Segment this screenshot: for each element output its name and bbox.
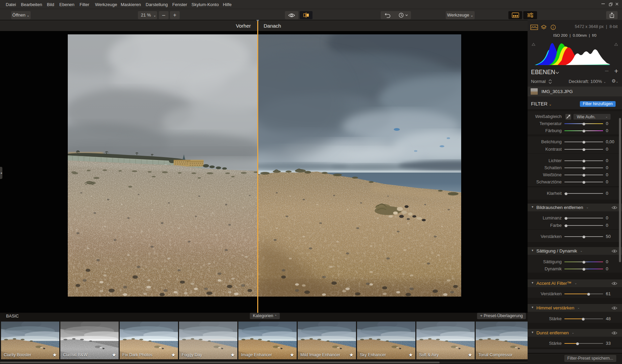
svg-text:i: i (553, 26, 554, 29)
